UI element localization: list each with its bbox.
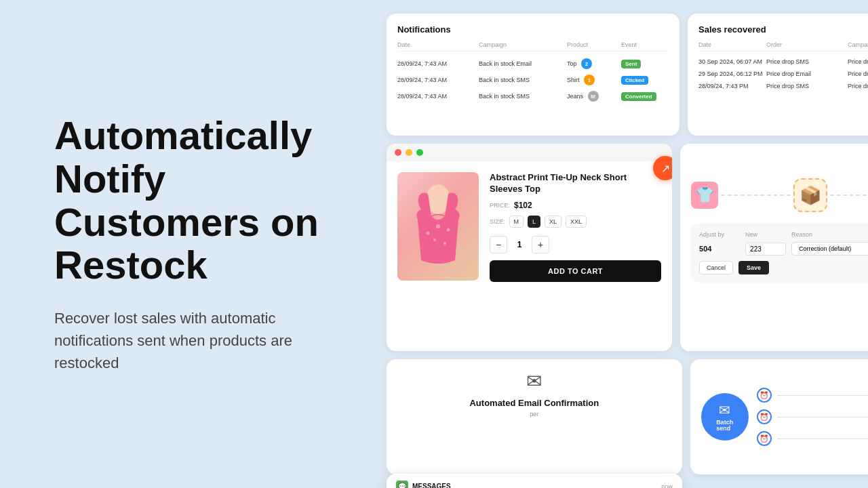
inv-row: 504 Correction (default) — [699, 242, 868, 256]
sales-campaign-3: Price drop SMS — [848, 83, 868, 89]
notif-event-3: Converted — [621, 92, 669, 101]
notif-product-3: Jeans M — [567, 91, 621, 102]
browser-dot-yellow — [406, 149, 412, 156]
batch-label: Batchsend — [716, 420, 733, 432]
tshirt-icon: 👕 — [691, 182, 718, 209]
add-to-cart-button[interactable]: ADD TO CART — [490, 260, 661, 282]
svg-point-4 — [433, 239, 436, 241]
badge-sent: Sent — [621, 60, 641, 68]
box-icon: 📦 — [793, 178, 827, 212]
product-info: Abstract Print Tie-Up Neck Short Sleeves… — [490, 172, 661, 340]
email-confirm-title: Automated Email Confirmation — [469, 398, 599, 408]
product-dot-1: 2 — [581, 58, 592, 69]
inv-adjust-value: 504 — [699, 245, 740, 253]
svg-point-2 — [427, 232, 430, 235]
email-large-icon: ✉ — [526, 370, 542, 392]
notifications-header: Date Campaign Product Event — [397, 41, 669, 52]
product-dot-2: 1 — [584, 75, 595, 85]
sales-order-3: Price drop SMS — [766, 83, 848, 89]
cancel-button[interactable]: Cancel — [699, 261, 733, 274]
batch-lines: ⏰ 50 emails sent ⏰ 50 emails sent ⏰ 20 e… — [757, 388, 868, 446]
size-btn-xl[interactable]: XL — [545, 216, 561, 228]
bottom-row: ✉ Automated Email Confirmation per 💬 MES… — [387, 359, 868, 474]
size-btn-xxl[interactable]: XXL — [566, 216, 587, 228]
notif-event-2: Clicked — [621, 76, 669, 85]
sales-col-order: Order — [766, 41, 848, 48]
col-campaign: Campaign — [479, 41, 567, 48]
qty-value: 1 — [513, 240, 526, 249]
size-btn-l[interactable]: L — [528, 216, 540, 228]
notif-campaign-3: Back in stock SMS — [479, 93, 567, 100]
product-figure — [397, 172, 479, 281]
email-confirm-panel: ✉ Automated Email Confirmation per 💬 MES… — [387, 359, 682, 474]
price-value: $102 — [514, 201, 532, 210]
size-label: SIZE: — [490, 218, 505, 225]
inv-reason-select[interactable]: Correction (default) — [791, 242, 868, 256]
col-event: Event — [621, 41, 669, 48]
inv-new-label: New — [745, 231, 786, 238]
sales-row: 30 Sep 2024, 06:07 AM Price drop SMS Pri… — [698, 56, 868, 68]
inv-adjust-label: Adjust by — [699, 231, 740, 238]
sales-title: Sales recovered — [698, 24, 868, 35]
clock-icon-2: ⏰ — [757, 409, 772, 424]
sms-bubble: 💬 MESSAGES now Great news! - The Premium… — [387, 474, 682, 489]
sms-app-label: MESSAGES — [412, 483, 451, 488]
batch-circle: ✉ Batchsend — [701, 393, 749, 441]
notif-campaign-1: Back in stock Email — [479, 60, 567, 67]
sms-app-info: 💬 MESSAGES — [396, 481, 451, 489]
sales-row: 29 Sep 2024, 06:12 PM Price drop Email P… — [698, 68, 868, 80]
sales-row: 28/09/24, 7:43 PM Price drop SMS Price d… — [698, 80, 868, 92]
left-section: Automatically Notify Customers on Restoc… — [0, 73, 380, 415]
size-row: SIZE: M L XL XXL — [490, 216, 661, 228]
product-name: Abstract Print Tie-Up Neck Short Sleeves… — [490, 172, 661, 195]
badge-converted: Converted — [621, 92, 656, 101]
connector-1 — [777, 395, 868, 396]
connector-3 — [777, 439, 868, 439]
dashed-line-1 — [721, 195, 790, 196]
qty-decrease-button[interactable]: − — [490, 236, 507, 253]
save-button[interactable]: Save — [738, 261, 769, 274]
top-row: Notifications Date Campaign Product Even… — [387, 14, 868, 136]
right-section: Notifications Date Campaign Product Even… — [380, 0, 868, 488]
connector-2 — [777, 417, 868, 418]
batch-icon: ✉ — [719, 402, 730, 418]
qty-row: − 1 + — [490, 236, 661, 253]
sales-order-2: Price drop Email — [766, 70, 848, 77]
sales-campaign-2: Price drop Email — [848, 70, 868, 77]
sales-order-1: Price drop SMS — [766, 58, 848, 65]
sales-campaign-1: Price drop SMS — [848, 58, 868, 65]
sales-date-3: 28/09/24, 7:43 PM — [698, 83, 766, 89]
inv-reason-label: Reason — [791, 231, 868, 238]
qty-increase-button[interactable]: + — [532, 236, 549, 253]
headline: Automatically Notify Customers on Restoc… — [54, 114, 339, 287]
inv-new-input[interactable] — [745, 243, 786, 256]
browser-dot-green — [416, 149, 423, 156]
sales-panel: Sales recovered Date Order Campaign 30 S… — [688, 14, 868, 136]
middle-row: Abstract Print Tie-Up Neck Short Sleeves… — [387, 144, 868, 351]
email-confirm-sub: per — [530, 411, 538, 418]
table-row: 28/09/24, 7:43 AM Back in stock SMS Shir… — [397, 72, 669, 88]
price-row: PRICE: $102 — [490, 201, 661, 210]
sales-header: Date Order Campaign — [698, 41, 868, 52]
notif-event-1: Sent — [621, 60, 669, 68]
inventory-form: Adjust by New Reason 504 Correction (def… — [691, 223, 868, 283]
subtext: Recover lost sales with automatic notifi… — [54, 307, 339, 374]
clock-icon-1: ⏰ — [757, 388, 772, 403]
notif-campaign-2: Back in stock SMS — [479, 77, 567, 83]
notif-product-2: Shirt 1 — [567, 75, 621, 85]
messages-icon: 💬 — [396, 481, 408, 489]
svg-point-5 — [443, 242, 446, 245]
notif-date-1: 28/09/24, 7:43 AM — [397, 60, 479, 67]
table-row: 28/09/24, 7:43 AM Back in stock SMS Jean… — [397, 88, 669, 104]
browser-bar — [387, 144, 672, 161]
sales-date-1: 30 Sep 2024, 06:07 AM — [698, 58, 766, 65]
size-btn-m[interactable]: M — [509, 216, 524, 228]
sms-header: 💬 MESSAGES now — [396, 481, 673, 489]
sales-date-2: 29 Sep 2024, 06:12 PM — [698, 70, 766, 77]
product-dot-3: M — [588, 91, 599, 102]
notifications-panel: Notifications Date Campaign Product Even… — [387, 14, 679, 136]
sms-time: now — [661, 483, 673, 489]
notifications-title: Notifications — [397, 24, 669, 35]
svg-point-1 — [436, 224, 440, 228]
product-area: Abstract Print Tie-Up Neck Short Sleeves… — [387, 161, 672, 351]
